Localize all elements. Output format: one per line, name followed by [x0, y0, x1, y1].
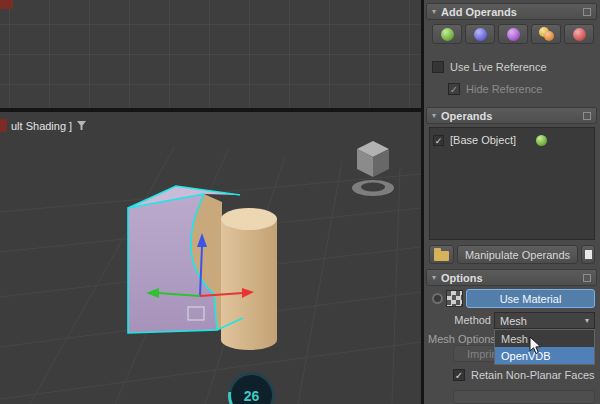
operands-list[interactable]: ✓ [Base Object] [429, 127, 595, 240]
badge-count: 26 [244, 388, 260, 404]
operand-visible-checkbox[interactable]: ✓ [433, 135, 444, 146]
viewport-canvas[interactable] [0, 116, 421, 404]
operand-sphere-red-icon [573, 28, 586, 41]
viewport-top[interactable] [0, 0, 421, 112]
viewport-filter-icon[interactable] [76, 120, 87, 131]
rollout-arrow-icon: ▾ [432, 273, 436, 282]
operand-type-button-4[interactable] [531, 24, 561, 44]
round-indicator-icon[interactable] [432, 293, 443, 304]
rollout-arrow-icon: ▾ [432, 7, 436, 16]
viewport-main[interactable]: ult Shading ] [0, 116, 421, 404]
operand-type-button-1[interactable] [432, 24, 462, 44]
rollout-arrow-icon: ▾ [432, 111, 436, 120]
hide-reference-checkbox[interactable]: ✓ [448, 83, 460, 95]
operand-type-button-5[interactable] [564, 24, 594, 44]
rollout-title: Add Operands [441, 6, 517, 18]
manipulate-operands-button[interactable]: Manipulate Operands [457, 245, 578, 264]
rollout-options[interactable]: ▾ Options [426, 269, 597, 286]
hide-reference-label: Hide Reference [466, 83, 542, 95]
open-operand-button[interactable] [429, 245, 454, 264]
disabled-button-partial[interactable] [453, 390, 595, 404]
operand-type-button-3[interactable] [498, 24, 528, 44]
operand-sphere-green-icon [536, 135, 547, 146]
pin-icon[interactable] [583, 274, 591, 282]
clipped-red-marker [0, 0, 13, 9]
operand-sphere-purple-icon [507, 28, 520, 41]
retain-non-planar-label: Retain Non-Planar Faces [471, 369, 595, 381]
use-live-reference-checkbox[interactable] [432, 61, 444, 73]
operand-type-button-2[interactable] [465, 24, 495, 44]
dropdown-item-mesh[interactable]: Mesh [495, 330, 594, 347]
method-dropdown[interactable]: Mesh ▾ [494, 312, 595, 329]
operand-sphere-green-icon [441, 28, 454, 41]
chevron-down-icon: ▾ [585, 316, 589, 325]
operand-list-options-button[interactable] [581, 245, 595, 264]
screenshot-root: ult Shading ] [0, 0, 600, 404]
pin-icon[interactable] [583, 112, 591, 120]
list-item[interactable]: ✓ [Base Object] [433, 132, 591, 148]
operand-label: [Base Object] [450, 134, 516, 146]
viewport-shading-label[interactable]: ult Shading ] [11, 120, 72, 132]
method-value: Mesh [500, 315, 527, 327]
retain-non-planar-checkbox[interactable]: ✓ [453, 369, 465, 381]
rollout-title: Operands [441, 110, 492, 122]
method-dropdown-list: Mesh OpenVDB [494, 329, 595, 365]
viewport-label-bar: ult Shading ] [0, 119, 87, 132]
rollout-operands[interactable]: ▾ Operands [426, 107, 597, 124]
clipped-red-marker [0, 119, 7, 132]
command-panel: ▾ Add Operands Use Live Reference ✓ Hide… [421, 0, 600, 404]
dropdown-item-openvdb[interactable]: OpenVDB [495, 347, 594, 364]
rollout-add-operands[interactable]: ▾ Add Operands [426, 3, 597, 20]
use-live-reference-label: Use Live Reference [450, 61, 547, 73]
mouse-cursor [529, 336, 543, 356]
operand-sphere-yellow-orange-icon [539, 27, 554, 41]
document-icon [584, 249, 593, 260]
rollout-title: Options [441, 272, 483, 284]
operand-placement-widget[interactable] [352, 141, 394, 196]
pin-icon[interactable] [583, 8, 591, 16]
folder-icon [434, 251, 449, 261]
mesh-options-label: Mesh Options [428, 333, 496, 345]
material-checker-button[interactable] [446, 290, 463, 307]
use-material-button[interactable]: Use Material [466, 289, 595, 308]
operand-sphere-blue-icon [474, 28, 487, 41]
method-label: Method [434, 314, 491, 326]
